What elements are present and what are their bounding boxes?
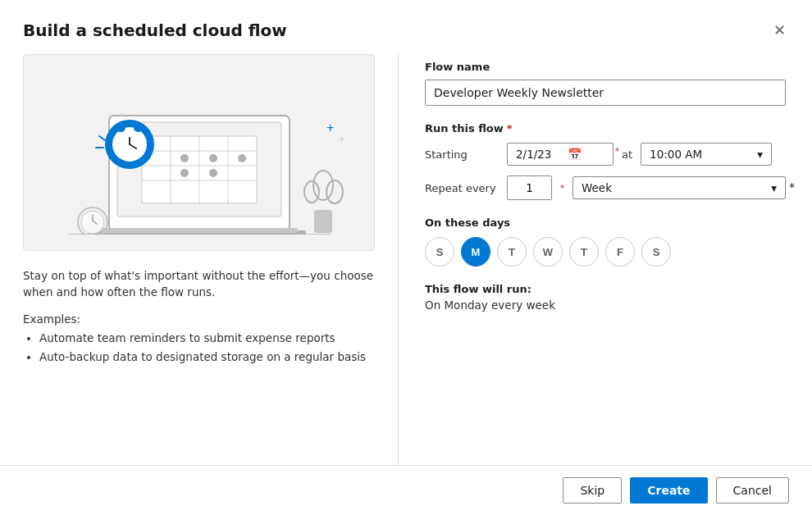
period-value: Week [582, 181, 612, 194]
period-required-star: * [789, 180, 795, 194]
day-button-friday[interactable]: F [605, 237, 635, 267]
day-button-thursday[interactable]: T [569, 237, 599, 267]
flow-will-run-label: This flow will run: [425, 283, 786, 295]
illustration: + + [23, 54, 375, 251]
flow-will-run-section: This flow will run: On Monday every week [425, 283, 786, 312]
starting-row: Starting 📅 * at 10:00 AM ▾ [425, 143, 786, 166]
run-flow-label: Run this flow * [425, 122, 786, 134]
flow-name-label: Flow name [425, 61, 786, 73]
build-scheduled-flow-dialog: Build a scheduled cloud flow ✕ [0, 0, 812, 515]
starting-label: Starting [425, 148, 499, 161]
svg-rect-30 [314, 210, 332, 233]
svg-point-13 [209, 169, 217, 177]
create-button[interactable]: Create [630, 477, 707, 504]
cancel-button[interactable]: Cancel [716, 477, 789, 504]
dialog-header: Build a scheduled cloud flow ✕ [0, 0, 812, 54]
day-button-saturday[interactable]: S [641, 237, 671, 267]
right-panel: Flow name Run this flow * Starting 📅 * [399, 54, 812, 465]
dialog-title: Build a scheduled cloud flow [23, 21, 287, 40]
examples-label: Examples: [23, 312, 375, 326]
svg-text:+: + [326, 121, 334, 134]
days-label: On these days [425, 216, 786, 229]
illustration-svg: + + [43, 71, 355, 235]
skip-button[interactable]: Skip [563, 477, 622, 504]
svg-point-9 [180, 154, 189, 162]
repeat-label: Repeat every [425, 182, 499, 194]
dialog-body: + + Stay on top of what's important with… [0, 54, 812, 465]
repeat-required-star: * [560, 184, 564, 193]
date-input-wrap[interactable]: 📅 * [507, 143, 614, 166]
svg-point-31 [313, 171, 333, 200]
time-select[interactable]: 10:00 AM ▾ [641, 143, 772, 166]
close-button[interactable]: ✕ [770, 18, 789, 43]
chevron-down-icon: ▾ [757, 148, 763, 161]
svg-point-25 [81, 211, 104, 234]
date-input[interactable] [516, 148, 561, 161]
svg-text:+: + [339, 134, 344, 145]
svg-point-33 [304, 181, 319, 203]
days-section: On these days SMTWTFS [425, 216, 786, 267]
svg-point-10 [209, 154, 217, 162]
svg-point-12 [180, 169, 189, 177]
dialog-footer: Skip Create Cancel [0, 465, 812, 515]
svg-line-22 [99, 136, 105, 140]
left-panel: + + Stay on top of what's important with… [0, 54, 399, 465]
svg-point-11 [238, 154, 246, 162]
flow-name-input[interactable] [425, 80, 786, 106]
list-item: Automate team reminders to submit expens… [39, 330, 375, 347]
flow-will-run-value: On Monday every week [425, 299, 786, 312]
day-button-sunday[interactable]: S [425, 237, 454, 267]
period-chevron-icon: ▾ [771, 181, 777, 194]
examples-list: Automate team reminders to submit expens… [23, 330, 375, 369]
repeat-row: Repeat every * Week ▾ * [425, 175, 786, 200]
day-button-wednesday[interactable]: W [533, 237, 563, 267]
time-value: 10:00 AM [650, 148, 702, 161]
at-label: at [622, 148, 632, 161]
calendar-icon: 📅 [568, 148, 582, 161]
svg-rect-15 [101, 228, 298, 233]
svg-point-32 [326, 180, 343, 203]
day-button-tuesday[interactable]: T [497, 237, 527, 267]
list-item: Auto-backup data to designated storage o… [39, 349, 375, 366]
close-icon: ✕ [773, 21, 786, 39]
period-select[interactable]: Week ▾ * [573, 176, 786, 199]
required-star: * [507, 122, 513, 134]
run-flow-section: Run this flow * Starting 📅 * at 10:00 AM… [425, 122, 786, 200]
date-required-star: * [615, 147, 619, 156]
description-text: Stay on top of what's important without … [23, 267, 375, 301]
days-row: SMTWTFS [425, 237, 786, 267]
day-button-monday[interactable]: M [461, 237, 490, 267]
flow-name-section: Flow name [425, 61, 786, 106]
repeat-number-input[interactable] [507, 175, 552, 200]
